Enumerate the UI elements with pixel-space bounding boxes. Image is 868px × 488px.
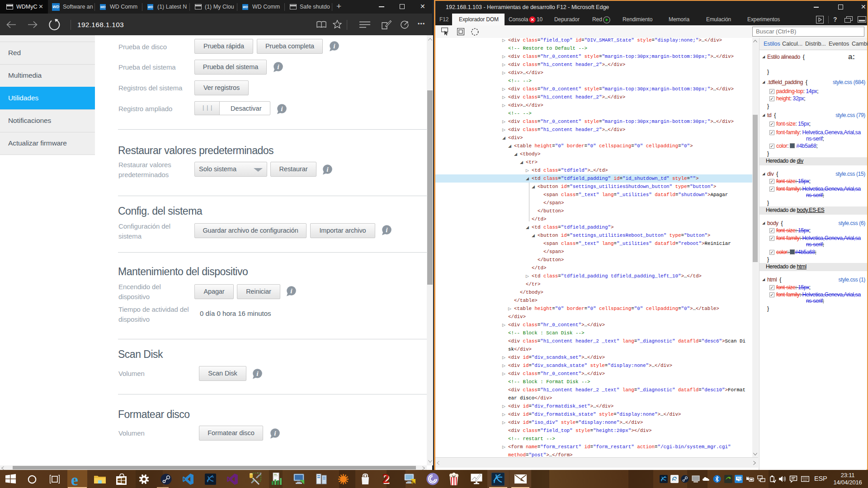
svg-text:i: i xyxy=(274,429,276,437)
svg-text:i: i xyxy=(326,165,329,173)
svg-text:i: i xyxy=(277,63,279,70)
svg-text:i: i xyxy=(281,105,283,113)
svg-text:i: i xyxy=(290,287,292,295)
svg-text:i: i xyxy=(386,226,388,234)
svg-text:i: i xyxy=(333,42,335,50)
svg-text:i: i xyxy=(256,370,259,377)
